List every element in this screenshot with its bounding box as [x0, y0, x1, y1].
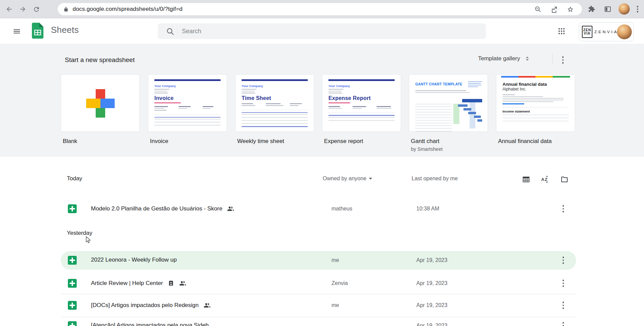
dropdown-arrow-icon — [368, 177, 373, 180]
file-menu-button[interactable] — [558, 203, 568, 214]
badge-icon — [168, 280, 174, 287]
template-gallery-label: Template gallery — [478, 55, 520, 62]
template-card-annual[interactable]: Annual financial data Alphabet Inc. Inco… — [496, 74, 575, 132]
file-menu-button[interactable] — [558, 320, 568, 326]
new-blank-plus-icon — [82, 85, 119, 122]
invoice-thumbnail: Your Company Invoice — [148, 75, 227, 131]
file-row-partial[interactable]: [Atenção] Artigos impactados pela nova S… — [0, 314, 644, 326]
template-card-invoice[interactable]: Your Company Invoice — [148, 74, 227, 132]
template-section-title: Start a new spreadsheet — [65, 56, 135, 64]
gantt-thumbnail: GANTT CHART TEMPLATE — [409, 75, 488, 131]
shared-people-icon — [204, 302, 211, 309]
file-row-selected[interactable]: 2022 Leonora - Weekly Follow up me Apr 1… — [0, 251, 644, 270]
file-title: [Atenção] Artigos impactados pela nova S… — [91, 322, 209, 326]
file-title: [DOCs] Artigos impactados pelo Redesign — [91, 302, 199, 309]
url-text: docs.google.com/spreadsheets/u/0/?tgif=d — [73, 6, 183, 13]
file-menu-button[interactable] — [558, 300, 568, 311]
template-sublabel-gantt: by Smartsheet — [411, 146, 443, 152]
search-icon — [166, 27, 174, 36]
browser-chrome: docs.google.com/spreadsheets/u/0/?tgif=d — [0, 0, 644, 18]
side-panel-icon — [604, 5, 612, 13]
template-label-expense: Expense report — [324, 138, 363, 145]
file-row[interactable]: [DOCs] Artigos impactados pelo Redesign … — [0, 294, 644, 317]
sheets-file-icon — [68, 256, 77, 265]
url-bar[interactable]: docs.google.com/spreadsheets/u/0/?tgif=d — [58, 3, 582, 15]
file-title: 2022 Leonora - Weekly Follow up — [91, 257, 177, 263]
svg-text:Z: Z — [545, 177, 548, 182]
sheets-logo[interactable] — [32, 23, 43, 40]
file-owner: Zenvia — [332, 280, 348, 286]
back-arrow-icon — [5, 5, 13, 13]
search-bar[interactable] — [158, 23, 486, 39]
account-avatar[interactable] — [617, 24, 632, 39]
template-card-blank[interactable] — [61, 74, 140, 132]
divider — [552, 54, 553, 65]
file-owner: me — [332, 302, 339, 308]
main-menu-button[interactable] — [10, 25, 23, 38]
file-list-header: Today Owned by anyone Last opened by me … — [0, 174, 644, 185]
file-title: Modelo 2.0 Planilha de Gestão de Usuário… — [91, 205, 222, 212]
template-label-invoice: Invoice — [150, 138, 168, 145]
file-row[interactable]: Article Review | Help Center Zenvia Apr … — [0, 272, 644, 294]
timesheet-thumbnail: Your Company Time Sheet — [235, 75, 314, 131]
side-panel-button[interactable] — [604, 5, 612, 15]
account-card[interactable]: ZEN VIA Z·E·N·V·I·A — [579, 22, 634, 41]
template-gallery-button[interactable]: Template gallery — [478, 55, 531, 63]
star-icon — [567, 6, 574, 13]
template-card-gantt[interactable]: GANTT CHART TEMPLATE — [409, 74, 488, 132]
shared-people-icon — [179, 280, 186, 287]
browser-forward-button[interactable] — [18, 4, 27, 14]
account-name: Z·E·N·V·I·A — [594, 30, 617, 34]
grid-view-icon — [522, 175, 530, 184]
owner-filter-button[interactable]: Owned by anyone — [323, 176, 373, 182]
owner-filter-label: Owned by anyone — [323, 176, 366, 182]
zenvia-logo-bottom: VIA — [584, 32, 591, 35]
section-label-yesterday: Yesterday — [67, 230, 92, 237]
search-input[interactable] — [182, 28, 453, 35]
share-page-button[interactable] — [550, 6, 558, 15]
last-opened-column-button[interactable]: Last opened by me — [412, 176, 458, 182]
sheets-home-screen: docs.google.com/spreadsheets/u/0/?tgif=d — [0, 0, 644, 326]
file-last-opened: Apr 19, 2023 — [416, 257, 448, 263]
file-row[interactable]: Modelo 2.0 Planilha de Gestão de Usuário… — [0, 198, 644, 220]
file-last-opened: Apr 19, 2023 — [416, 323, 448, 326]
hamburger-icon — [13, 27, 21, 36]
bookmark-star-button[interactable] — [567, 6, 574, 15]
file-owner: matheus — [332, 206, 352, 212]
zenvia-logo: ZEN VIA — [582, 26, 592, 38]
browser-reload-button[interactable] — [32, 4, 41, 14]
sheets-file-icon — [68, 321, 77, 326]
template-section: Start a new spreadsheet Template gallery… — [0, 44, 644, 157]
template-label-blank: Blank — [63, 138, 77, 145]
file-menu-button[interactable] — [558, 278, 568, 289]
file-last-opened: Apr 19, 2023 — [416, 302, 448, 308]
grid-view-button[interactable] — [521, 174, 531, 184]
folder-icon — [560, 175, 569, 184]
sheets-file-icon — [68, 279, 77, 288]
reload-icon — [33, 6, 40, 13]
zoom-out-icon — [534, 6, 542, 13]
file-owner: me — [332, 257, 339, 263]
sheets-file-icon — [68, 301, 77, 310]
app-title: Sheets — [51, 25, 79, 35]
lock-icon[interactable] — [63, 7, 69, 12]
file-menu-button[interactable] — [558, 255, 568, 266]
shared-people-icon — [227, 205, 234, 212]
google-apps-button[interactable] — [554, 24, 569, 38]
browser-back-button[interactable] — [4, 4, 14, 14]
apps-grid-icon — [557, 27, 566, 35]
browser-menu-button[interactable] — [636, 5, 639, 13]
open-file-picker-button[interactable] — [559, 174, 569, 184]
sort-az-icon: A Z — [541, 175, 549, 184]
sort-az-button[interactable]: A Z — [540, 174, 550, 184]
extensions-button[interactable] — [587, 5, 595, 15]
expense-thumbnail: Your Company Expense Report — [322, 75, 401, 131]
template-card-expense[interactable]: Your Company Expense Report — [322, 74, 401, 132]
browser-profile-avatar[interactable] — [619, 3, 630, 15]
template-section-menu-button[interactable] — [558, 55, 567, 65]
sheets-logo-icon — [32, 23, 43, 39]
zoom-out-button[interactable] — [534, 6, 542, 14]
mouse-cursor — [85, 236, 92, 245]
template-label-gantt: Gantt chart — [411, 138, 439, 145]
template-card-timesheet[interactable]: Your Company Time Sheet — [235, 74, 314, 132]
